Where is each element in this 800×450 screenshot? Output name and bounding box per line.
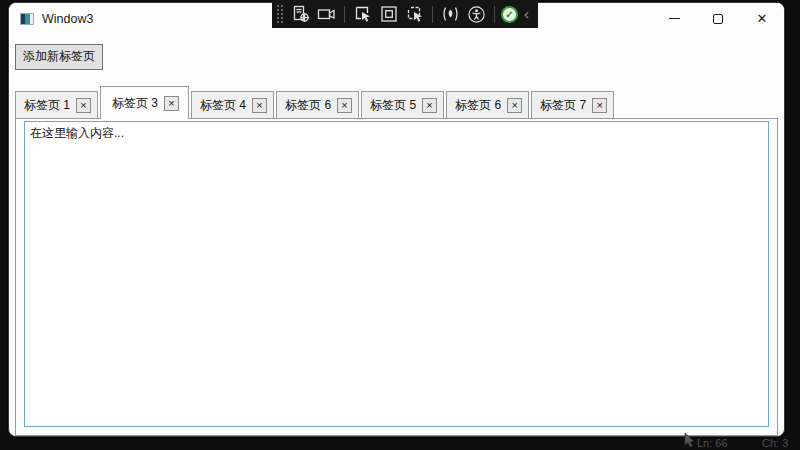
- status-column-indicator: Ch: 3: [762, 437, 788, 449]
- tab-2-selected[interactable]: 标签页 3 ×: [100, 86, 189, 119]
- select-element-icon[interactable]: [351, 2, 374, 26]
- tab-close-button[interactable]: ×: [507, 98, 522, 113]
- hot-reload-icon[interactable]: [439, 2, 462, 26]
- mouse-cursor-icon: [684, 433, 696, 448]
- tab-1[interactable]: 标签页 1 ×: [15, 91, 98, 118]
- tab-4[interactable]: 标签页 6 ×: [276, 91, 359, 118]
- tab-close-button[interactable]: ×: [252, 98, 267, 113]
- layout-adorners-icon[interactable]: [377, 2, 400, 26]
- tab-close-button[interactable]: ×: [164, 96, 179, 111]
- tab-close-button[interactable]: ×: [76, 98, 91, 113]
- debug-toolbar: ✓ ‹: [272, 0, 538, 28]
- tab-label: 标签页 3: [112, 95, 158, 112]
- toolbar-separator: [432, 6, 433, 23]
- tab-close-button[interactable]: ×: [592, 98, 607, 113]
- minimize-icon: [669, 18, 680, 19]
- toolbar-separator: [344, 6, 345, 23]
- collapse-toolbar-icon[interactable]: ‹: [521, 6, 531, 23]
- tab-6[interactable]: 标签页 6 ×: [446, 91, 529, 118]
- tab-label: 标签页 5: [370, 97, 416, 114]
- add-tab-button[interactable]: 添加新标签页: [15, 44, 103, 70]
- toolbar-separator: [494, 6, 495, 23]
- minimize-button[interactable]: [652, 3, 696, 34]
- window-title: Window3: [42, 12, 93, 26]
- tab-label: 标签页 1: [24, 97, 70, 114]
- tab-label: 标签页 7: [540, 97, 586, 114]
- tab-5[interactable]: 标签页 5 ×: [361, 91, 444, 118]
- app-window: Window3 ✕ 添加新标签页 标签页 1 × 标签页 3 × 标签页 4 ×…: [8, 2, 785, 437]
- tab-7[interactable]: 标签页 7 ×: [531, 91, 614, 118]
- close-icon: ✕: [757, 12, 768, 25]
- status-line-indicator: Ln: 66: [697, 437, 728, 449]
- tab-label: 标签页 6: [285, 97, 331, 114]
- maximize-button[interactable]: [696, 3, 740, 34]
- maximize-icon: [713, 14, 723, 24]
- hot-reload-success-icon[interactable]: ✓: [501, 6, 518, 23]
- content-textbox[interactable]: 在这里输入内容...: [24, 121, 769, 427]
- tab-label: 标签页 4: [200, 97, 246, 114]
- close-button[interactable]: ✕: [740, 3, 784, 34]
- tab-label: 标签页 6: [455, 97, 501, 114]
- tab-content-panel: 在这里输入内容...: [15, 118, 778, 436]
- accessibility-checker-icon[interactable]: [465, 2, 488, 26]
- app-icon: [20, 13, 34, 25]
- track-focused-element-icon[interactable]: [403, 2, 426, 26]
- tab-3[interactable]: 标签页 4 ×: [191, 91, 274, 118]
- tab-close-button[interactable]: ×: [337, 98, 352, 113]
- tab-close-button[interactable]: ×: [422, 98, 437, 113]
- grip-handle[interactable]: [275, 3, 284, 25]
- live-visual-tree-icon[interactable]: [289, 2, 312, 26]
- tab-strip: 标签页 1 × 标签页 3 × 标签页 4 × 标签页 6 × 标签页 5 × …: [15, 85, 784, 118]
- screen-capture-icon[interactable]: [315, 2, 338, 26]
